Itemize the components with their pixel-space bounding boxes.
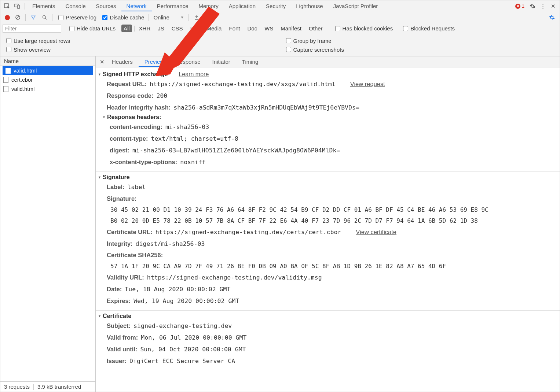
- device-toggle-icon[interactable]: [13, 2, 22, 11]
- type-filter-doc[interactable]: Doc: [245, 25, 259, 32]
- capture-screenshots-label: Capture screenshots: [293, 47, 344, 53]
- tab-network[interactable]: Network: [121, 1, 152, 11]
- download-icon[interactable]: [204, 14, 212, 22]
- filter-icon[interactable]: [29, 14, 37, 22]
- file-icon: [6, 68, 11, 74]
- expires-label: Expires:: [107, 296, 131, 306]
- svg-point-5: [43, 16, 45, 19]
- validity-label: Validity URL:: [107, 273, 144, 282]
- gear-icon[interactable]: [528, 2, 537, 11]
- filter-row: Hide data URLs AllXHRJSCSSImgMediaFontDo…: [0, 23, 560, 34]
- svg-line-6: [45, 18, 47, 19]
- header-integrity-label: Header integrity hash:: [107, 103, 171, 112]
- request-list: valid.htmlcert.cborvalid.html: [0, 66, 95, 381]
- search-icon[interactable]: [40, 14, 48, 22]
- sxg-title[interactable]: Signed HTTP exchangeLearn more: [96, 70, 560, 78]
- tab-security[interactable]: Security: [261, 1, 291, 11]
- type-filter-all[interactable]: All: [121, 25, 132, 32]
- tab-application[interactable]: Application: [224, 1, 261, 11]
- close-icon[interactable]: ✕: [549, 2, 557, 11]
- cert-url-value: https://signed-exchange-testing.dev/cert…: [155, 228, 341, 237]
- request-row[interactable]: valid.html: [3, 66, 93, 75]
- subtab-timing[interactable]: Timing: [236, 57, 264, 67]
- signature-section: Signature Label:label Signature: 30 45 0…: [96, 172, 560, 311]
- group-by-frame-checkbox[interactable]: Group by frame: [285, 37, 332, 44]
- large-rows-checkbox[interactable]: Use large request rows: [5, 37, 70, 44]
- subtab-preview[interactable]: Preview: [139, 57, 170, 67]
- cert-sha-label: Certificate SHA256:: [107, 251, 163, 260]
- xcto-value: nosniff: [180, 158, 206, 167]
- inspect-icon[interactable]: [3, 2, 11, 11]
- has-blocked-label: Has blocked cookies: [343, 25, 393, 32]
- show-overview-checkbox[interactable]: Show overview: [5, 46, 51, 53]
- request-row[interactable]: valid.html: [0, 84, 95, 93]
- svg-line-4: [16, 16, 19, 19]
- response-headers-title[interactable]: Response headers:: [96, 113, 560, 121]
- disable-cache-label: Disable cache: [110, 14, 144, 21]
- preserve-log-label: Preserve log: [66, 14, 96, 21]
- subject-label: Subject:: [107, 321, 131, 330]
- tab-memory[interactable]: Memory: [194, 1, 224, 11]
- preserve-log-checkbox[interactable]: Preserve log: [57, 14, 96, 21]
- request-row[interactable]: cert.cbor: [0, 75, 95, 84]
- request-url-label: Request URL:: [107, 79, 147, 89]
- requests-count: 3 requests: [4, 384, 30, 390]
- type-filter-other[interactable]: Other: [307, 25, 325, 32]
- type-filter-manifest[interactable]: Manifest: [278, 25, 304, 32]
- signature-hex-2: B0 02 20 0D E5 78 22 0B 10 57 7B 8A CF B…: [96, 215, 560, 226]
- filter-input[interactable]: [3, 25, 61, 33]
- blocked-requests-label: Blocked Requests: [410, 25, 455, 32]
- type-filter-img[interactable]: Img: [188, 25, 202, 32]
- type-filter-xhr[interactable]: XHR: [137, 25, 153, 32]
- blocked-requests-checkbox[interactable]: Blocked Requests: [402, 25, 455, 32]
- record-button[interactable]: [5, 15, 10, 20]
- date-value: Tue, 18 Aug 2020 00:00:02 GMT: [125, 285, 230, 294]
- tab-elements[interactable]: Elements: [27, 1, 61, 11]
- sig-label-label: Label:: [107, 182, 125, 192]
- svg-rect-2: [18, 5, 19, 8]
- type-filter-js[interactable]: JS: [155, 25, 166, 32]
- content-type-value: text/html; charset=utf-8: [151, 134, 238, 144]
- detail-content: Signed HTTP exchangeLearn more Request U…: [96, 67, 560, 381]
- error-indicator[interactable]: ✕1: [515, 3, 524, 9]
- integrity-label: Integrity:: [107, 239, 133, 248]
- expires-value: Wed, 19 Aug 2020 00:00:02 GMT: [133, 297, 239, 306]
- digest-label: digest:: [110, 146, 129, 155]
- tab-javascript-profiler[interactable]: JavaScript Profiler: [328, 1, 383, 11]
- capture-screenshots-checkbox[interactable]: Capture screenshots: [285, 46, 344, 53]
- more-icon[interactable]: ⋮: [538, 2, 547, 11]
- has-blocked-cookies-checkbox[interactable]: Has blocked cookies: [334, 25, 393, 32]
- subtab-initiator[interactable]: Initiator: [206, 57, 236, 67]
- upload-icon[interactable]: [193, 14, 201, 22]
- subtab-headers[interactable]: Headers: [106, 57, 139, 67]
- cert-url-label: Certificate URL:: [107, 228, 153, 237]
- tab-console[interactable]: Console: [61, 1, 91, 11]
- subtab-response[interactable]: Response: [170, 57, 206, 67]
- type-filter-media[interactable]: Media: [205, 25, 224, 32]
- issuer-value: DigiCert ECC Secure Server CA: [129, 357, 235, 366]
- signature-title[interactable]: Signature: [96, 173, 560, 181]
- options-rows: Use large request rows Show overview Gro…: [0, 34, 560, 56]
- sig-label-value: label: [128, 183, 146, 192]
- certificate-title[interactable]: Certificate: [96, 312, 560, 320]
- view-certificate-link[interactable]: View certificate: [356, 228, 396, 237]
- tab-performance[interactable]: Performance: [152, 1, 194, 11]
- throttling-select[interactable]: Online▼: [153, 14, 184, 21]
- signature-hex-1: 30 45 02 21 00 D1 10 39 24 F3 76 A6 64 8…: [96, 204, 560, 215]
- view-request-link[interactable]: View request: [350, 79, 385, 89]
- type-filter-font[interactable]: Font: [227, 25, 242, 32]
- request-name: valid.html: [14, 67, 37, 74]
- network-settings-icon[interactable]: [548, 14, 556, 22]
- hide-data-urls-checkbox[interactable]: Hide data URLs: [68, 25, 116, 32]
- disable-cache-checkbox[interactable]: Disable cache: [101, 14, 144, 21]
- type-filter-ws[interactable]: WS: [262, 25, 275, 32]
- type-filter-css[interactable]: CSS: [169, 25, 185, 32]
- tab-sources[interactable]: Sources: [91, 1, 121, 11]
- close-icon[interactable]: ✕: [98, 58, 106, 66]
- clear-icon[interactable]: [14, 14, 22, 22]
- tab-lighthouse[interactable]: Lighthouse: [291, 1, 328, 11]
- request-list-panel: Name valid.htmlcert.cborvalid.html: [0, 56, 96, 381]
- file-icon: [3, 77, 8, 83]
- learn-more-link[interactable]: Learn more: [179, 71, 209, 78]
- signature-label: Signature:: [107, 194, 137, 203]
